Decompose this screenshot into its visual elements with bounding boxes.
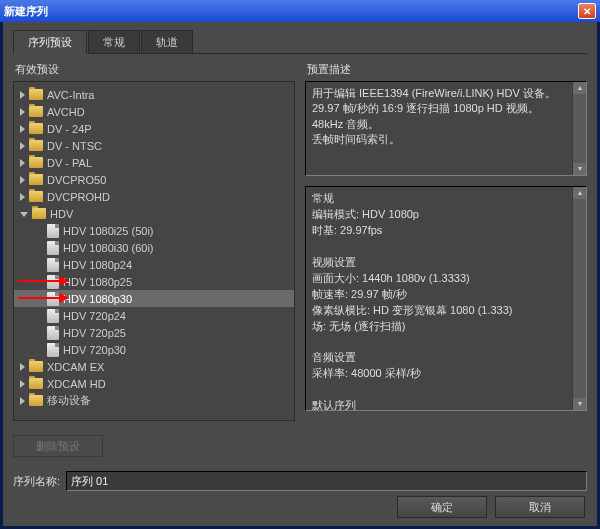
folder-icon — [29, 106, 43, 117]
tree-folder[interactable]: DVCPRO50 — [14, 171, 294, 188]
tree-item-label: DVCPRO50 — [47, 174, 106, 186]
folder-icon — [29, 123, 43, 134]
tree-preset[interactable]: HDV 1080p24 — [14, 256, 294, 273]
tree-item-label: DV - 24P — [47, 123, 92, 135]
window-title: 新建序列 — [4, 4, 48, 19]
folder-icon — [29, 378, 43, 389]
tree-folder[interactable]: DVCPROHD — [14, 188, 294, 205]
tab-bar: 序列预设 常规 轨道 — [13, 30, 587, 54]
tree-folder[interactable]: 移动设备 — [14, 392, 294, 409]
tree-item-label: AVC-Intra — [47, 89, 94, 101]
chevron-right-icon[interactable] — [20, 380, 25, 388]
close-button[interactable]: ✕ — [578, 3, 596, 19]
cancel-button[interactable]: 取消 — [495, 496, 585, 518]
folder-icon — [29, 157, 43, 168]
titlebar: 新建序列 ✕ — [0, 0, 600, 22]
description-box: 用于编辑 IEEE1394 (FireWire/i.LINK) HDV 设备。2… — [305, 81, 587, 176]
folder-icon — [29, 140, 43, 151]
chevron-right-icon[interactable] — [20, 397, 25, 405]
tree-preset[interactable]: HDV 720p25 — [14, 324, 294, 341]
tree-preset[interactable]: HDV 1080i25 (50i) — [14, 222, 294, 239]
description-title: 预置描述 — [305, 62, 587, 77]
details-box: 常规编辑模式: HDV 1080p时基: 29.97fps 视频设置画面大小: … — [305, 186, 587, 411]
chevron-right-icon[interactable] — [20, 142, 25, 150]
scrollbar[interactable] — [572, 187, 586, 410]
tree-item-label: XDCAM HD — [47, 378, 106, 390]
tree-item-label: HDV 720p30 — [63, 344, 126, 356]
preset-icon — [47, 258, 59, 272]
annotation-arrow — [18, 280, 68, 282]
folder-icon — [32, 208, 46, 219]
tree-item-label: XDCAM EX — [47, 361, 104, 373]
tree-folder[interactable]: XDCAM EX — [14, 358, 294, 375]
preset-icon — [47, 343, 59, 357]
chevron-right-icon[interactable] — [20, 193, 25, 201]
tree-folder[interactable]: DV - PAL — [14, 154, 294, 171]
tree-item-label: HDV 720p25 — [63, 327, 126, 339]
tree-preset[interactable]: HDV 720p24 — [14, 307, 294, 324]
tree-item-label: DV - PAL — [47, 157, 92, 169]
preset-icon — [47, 224, 59, 238]
tree-item-label: DV - NTSC — [47, 140, 102, 152]
tab-tracks[interactable]: 轨道 — [141, 30, 193, 53]
preset-icon — [47, 309, 59, 323]
folder-icon — [29, 191, 43, 202]
tree-item-label: 移动设备 — [47, 393, 91, 408]
chevron-right-icon[interactable] — [20, 125, 25, 133]
chevron-right-icon[interactable] — [20, 108, 25, 116]
delete-preset-button: 删除预设 — [13, 435, 103, 457]
sequence-name-input[interactable] — [66, 471, 587, 491]
presets-title: 有效预设 — [13, 62, 295, 77]
tab-presets[interactable]: 序列预设 — [13, 30, 87, 54]
tree-preset[interactable]: HDV 720p30 — [14, 341, 294, 358]
preset-icon — [47, 326, 59, 340]
tree-folder[interactable]: AVCHD — [14, 103, 294, 120]
tree-item-label: HDV — [50, 208, 73, 220]
folder-icon — [29, 174, 43, 185]
tree-folder[interactable]: HDV — [14, 205, 294, 222]
tree-folder[interactable]: XDCAM HD — [14, 375, 294, 392]
preset-icon — [47, 241, 59, 255]
tree-item-label: HDV 1080i30 (60i) — [63, 242, 154, 254]
tree-item-label: DVCPROHD — [47, 191, 110, 203]
preset-tree[interactable]: AVC-IntraAVCHDDV - 24PDV - NTSCDV - PALD… — [13, 81, 295, 421]
tree-folder[interactable]: DV - 24P — [14, 120, 294, 137]
tree-item-label: HDV 1080p25 — [63, 276, 132, 288]
folder-icon — [29, 395, 43, 406]
tree-preset[interactable]: HDV 1080i30 (60i) — [14, 239, 294, 256]
tree-folder[interactable]: DV - NTSC — [14, 137, 294, 154]
tree-folder[interactable]: AVC-Intra — [14, 86, 294, 103]
chevron-right-icon[interactable] — [20, 176, 25, 184]
tree-item-label: HDV 720p24 — [63, 310, 126, 322]
chevron-right-icon[interactable] — [20, 91, 25, 99]
tree-item-label: HDV 1080p30 — [63, 293, 132, 305]
folder-icon — [29, 89, 43, 100]
folder-icon — [29, 361, 43, 372]
ok-button[interactable]: 确定 — [397, 496, 487, 518]
sequence-name-label: 序列名称: — [13, 474, 60, 489]
annotation-arrow — [18, 297, 68, 299]
chevron-right-icon[interactable] — [20, 363, 25, 371]
dialog-body: 序列预设 常规 轨道 有效预设 AVC-IntraAVCHDDV - 24PDV… — [3, 22, 597, 526]
tree-item-label: HDV 1080p24 — [63, 259, 132, 271]
tab-general[interactable]: 常规 — [88, 30, 140, 53]
tree-item-label: AVCHD — [47, 106, 85, 118]
tree-item-label: HDV 1080i25 (50i) — [63, 225, 154, 237]
chevron-down-icon[interactable] — [20, 212, 28, 217]
scrollbar[interactable] — [572, 82, 586, 175]
chevron-right-icon[interactable] — [20, 159, 25, 167]
